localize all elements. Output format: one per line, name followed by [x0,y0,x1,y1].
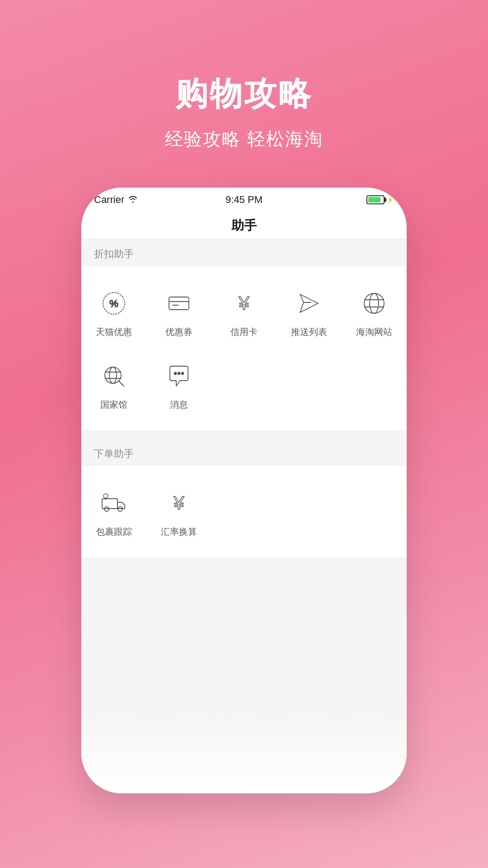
svg-point-13 [109,367,117,383]
status-carrier: Carrier [94,194,138,206]
wifi-icon [128,195,138,205]
section-header-order: 下单助手 [81,439,407,466]
icon-row-1: % 天猫优惠 优惠券 [81,275,407,348]
push-label: 推送列表 [291,326,327,338]
percent-tag-icon: % [98,287,130,320]
svg-rect-20 [102,499,117,509]
header-section: 购物攻略 经验攻略 轻松海淘 [165,72,323,151]
card-icon [163,287,195,320]
icon-item-push[interactable]: 推送列表 [277,280,342,344]
send-icon [293,287,325,320]
globe-icon [358,287,390,320]
yen-exchange-icon: ¥ [163,487,195,519]
main-title: 购物攻略 [165,72,323,116]
section-label-discount: 折扣助手 [94,248,134,259]
icon-item-message[interactable]: 消息 [146,353,211,416]
bolt-icon: ⚡ [386,196,394,203]
section-gap [81,430,407,439]
nav-title: 助手 [81,212,407,239]
sub-title: 经验攻略 轻松海淘 [165,127,323,151]
svg-point-23 [103,494,108,498]
icon-item-tmall[interactable]: % 天猫优惠 [81,280,146,344]
haitao-label: 海淘网站 [356,326,392,338]
phone-screen: Carrier 9:45 PM ⚡ 助手 [81,188,407,793]
status-battery: ⚡ [366,195,394,204]
section-header-discount: 折扣助手 [81,239,407,266]
icon-item-creditcard[interactable]: ¥ 信用卡 [211,280,277,344]
svg-point-21 [104,507,109,511]
icon-section-discount-row1: % 天猫优惠 优惠券 [81,266,407,430]
icon-item-coupon[interactable]: 优惠券 [146,280,211,344]
section-label-order: 下单助手 [94,448,134,459]
tmall-label: 天猫优惠 [96,326,132,338]
phone-mockup: Carrier 9:45 PM ⚡ 助手 [81,188,407,793]
exchange-label: 汇率换算 [161,526,197,538]
icon-item-haitao[interactable]: 海淘网站 [342,280,407,344]
app-content: 折扣助手 % 天猫优惠 [81,239,407,793]
package-label: 包裹跟踪 [96,526,132,538]
svg-line-16 [118,381,124,386]
nav-title-text: 助手 [231,217,257,234]
svg-marker-6 [300,294,318,312]
icon-row-order: 包裹跟踪 ¥ 汇率换算 [81,475,407,548]
svg-point-22 [118,507,122,511]
svg-text:¥: ¥ [238,292,249,314]
carrier-text: Carrier [94,194,124,206]
svg-text:¥: ¥ [173,492,184,514]
svg-point-17 [174,373,177,375]
globe-search-icon [98,360,130,392]
icon-row-2: 国家馆 消息 [81,348,407,421]
chat-icon [163,360,195,392]
icon-item-exchange[interactable]: ¥ 汇率换算 [146,480,211,543]
coupon-label: 优惠券 [165,326,192,338]
svg-point-19 [182,373,184,375]
battery-icon [366,195,385,204]
creditcard-label: 信用卡 [230,326,258,338]
svg-text:%: % [109,298,118,309]
svg-rect-2 [169,297,189,310]
icon-item-guoguan[interactable]: 国家馆 [81,353,146,416]
yen-icon: ¥ [228,287,260,320]
truck-icon [98,487,130,519]
status-bar: Carrier 9:45 PM ⚡ [81,188,407,212]
svg-point-8 [364,293,384,313]
message-label: 消息 [170,399,188,411]
svg-point-18 [178,373,180,375]
battery-fill [368,197,380,203]
guoguan-label: 国家馆 [100,399,127,411]
svg-point-9 [370,293,379,313]
icon-item-package[interactable]: 包裹跟踪 [81,480,146,543]
status-time: 9:45 PM [225,194,263,206]
icon-section-order: 包裹跟踪 ¥ 汇率换算 [81,466,407,557]
